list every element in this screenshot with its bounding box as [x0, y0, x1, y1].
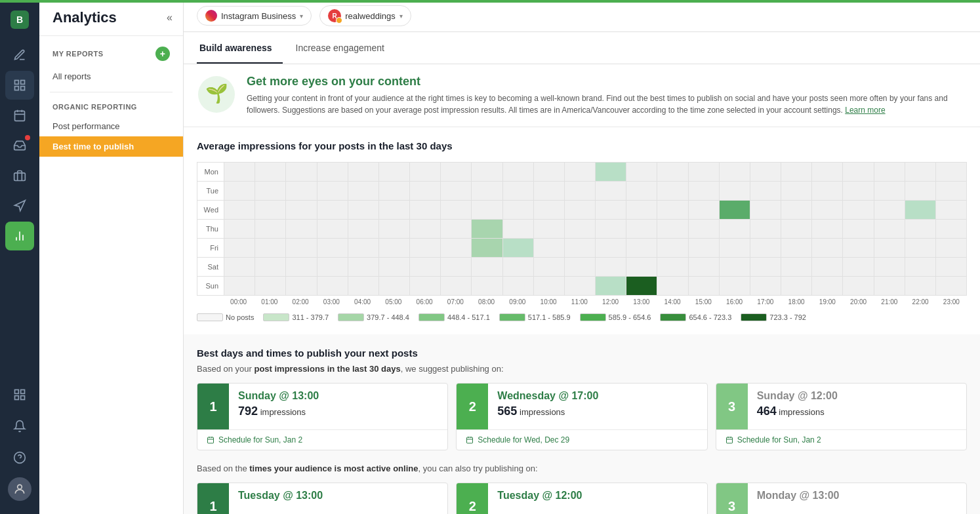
organic-reporting-section: ORGANIC REPORTING Post performance Best …	[39, 92, 183, 162]
megaphone-icon[interactable]	[5, 191, 34, 220]
chart-legend: No posts311 - 379.7379.7 - 448.4448.4 - …	[197, 313, 967, 321]
help-icon[interactable]	[5, 443, 34, 472]
heatmap-cell-thu-11	[565, 220, 595, 238]
heatmap-cell-thu-8	[472, 220, 502, 238]
heatmap-cell-wed-3	[317, 201, 348, 219]
banner-illustration: 🌱	[197, 75, 236, 114]
bell-icon[interactable]	[5, 412, 34, 441]
time-label-7: 07:00	[440, 298, 471, 306]
svg-rect-15	[21, 390, 25, 394]
heatmap-cell-mon-13	[626, 163, 657, 181]
legend-item-5: 585.9 - 654.6	[580, 313, 651, 321]
legend-color-1	[263, 313, 289, 321]
legend-color-3	[419, 313, 445, 321]
time-label-16: 16:00	[719, 298, 750, 306]
heatmap-cell-thu-19	[812, 220, 842, 238]
heatmap-cell-wed-18	[781, 201, 811, 219]
legend-color-2	[338, 313, 364, 321]
heatmap-cell-fri-9	[503, 239, 533, 257]
heatmap-cell-tue-19	[812, 182, 842, 200]
svg-rect-16	[15, 396, 19, 400]
heatmap-cell-mon-8	[472, 163, 502, 181]
my-reports-section: MY REPORTS + All reports	[39, 36, 183, 92]
heatmap-cell-fri-22	[905, 239, 935, 257]
briefcase-icon[interactable]	[5, 161, 34, 190]
time-label-10: 10:00	[533, 298, 564, 306]
learn-more-link[interactable]: Learn more	[845, 106, 885, 115]
analytics-icon[interactable]	[5, 222, 34, 250]
banner-text-block: Get more eyes on your content Getting yo…	[247, 75, 967, 116]
heatmap-cell-sat-6	[410, 258, 440, 276]
heatmap-cell-sun-10	[534, 277, 564, 295]
heatmap-cell-sun-18	[781, 277, 811, 295]
logo-button[interactable]: B	[5, 5, 34, 34]
compose-icon[interactable]	[5, 41, 34, 69]
legend-color-5	[580, 313, 606, 321]
suggestion-card-aud-2: 3 Monday @ 13:00 Schedule for Mon, Jan 3	[716, 483, 967, 514]
heatmap-cell-wed-0	[224, 201, 255, 219]
heatmap-cell-sat-3	[317, 258, 348, 276]
heatmap-cell-fri-20	[843, 239, 873, 257]
heatmap-cell-sun-14	[657, 277, 687, 295]
heatmap-cell-sun-13	[626, 277, 657, 295]
heatmap-cell-thu-10	[534, 220, 564, 238]
heatmap-cell-wed-1	[255, 201, 285, 219]
heatmap-cell-wed-23	[936, 201, 966, 219]
heatmap-cell-wed-5	[379, 201, 409, 219]
add-report-button[interactable]: +	[155, 47, 170, 61]
heatmap-cell-sat-9	[503, 258, 533, 276]
svg-rect-4	[15, 87, 19, 90]
heatmap-cell-tue-21	[874, 182, 905, 200]
legend-label-4: 517.1 - 585.9	[528, 313, 571, 321]
tab-build-awareness[interactable]: Build awareness	[197, 32, 283, 64]
time-label-22: 22:00	[905, 298, 936, 306]
heatmap-cell-sat-20	[843, 258, 873, 276]
card-schedule-btn-2[interactable]: Schedule for Sun, Jan 2	[716, 429, 966, 450]
sidebar-item-best-time[interactable]: Best time to publish	[39, 136, 183, 157]
heatmap-cell-tue-7	[441, 182, 471, 200]
legend-label-6: 654.6 - 723.3	[689, 313, 731, 321]
heatmap-cell-thu-23	[936, 220, 966, 238]
heatmap-cell-sun-7	[441, 277, 471, 295]
card-time-0: Sunday @ 13:00	[238, 390, 438, 402]
user-avatar[interactable]	[5, 475, 34, 504]
heatmap-cell-sat-7	[441, 258, 471, 276]
heatmap-row-label-sun: Sun	[197, 277, 224, 295]
heatmap-cell-tue-23	[936, 182, 966, 200]
heatmap-cell-thu-4	[348, 220, 378, 238]
heatmap-cell-wed-14	[657, 201, 687, 219]
heatmap-cell-mon-15	[689, 163, 719, 181]
card-time-2: Sunday @ 12:00	[757, 390, 957, 402]
heatmap-cell-sat-23	[936, 258, 966, 276]
card-rank-0: 1	[197, 384, 229, 429]
tab-increase-engagement[interactable]: Increase engagement	[293, 32, 395, 64]
suggestion-card-aud-1: 2 Tuesday @ 12:00 Schedule for Tue, Jan …	[456, 483, 707, 514]
calendar-icon[interactable]	[5, 101, 34, 130]
sidebar-header: Analytics «	[39, 0, 183, 36]
legend-item-0: No posts	[197, 313, 254, 321]
profile-account-selector[interactable]: R realweddings ▾	[319, 5, 411, 26]
legend-label-3: 448.4 - 517.1	[447, 313, 490, 321]
sidebar-collapse-button[interactable]: «	[167, 12, 173, 24]
legend-label-1: 311 - 379.7	[292, 313, 329, 321]
suggestion-card-aud-0: 1 Tuesday @ 13:00 Schedule for Tue, Dec …	[197, 483, 448, 514]
inbox-icon[interactable]	[5, 131, 34, 160]
dashboard-icon[interactable]	[5, 71, 34, 100]
heatmap-cell-fri-10	[534, 239, 564, 257]
heatmap-cell-mon-22	[905, 163, 935, 181]
profile-badge	[336, 17, 342, 24]
sidebar-item-post-performance[interactable]: Post performance	[39, 116, 183, 136]
heatmap-cell-tue-12	[596, 182, 626, 200]
card-schedule-btn-1[interactable]: Schedule for Wed, Dec 29	[457, 429, 706, 450]
heatmap-cell-sun-20	[843, 277, 873, 295]
card-schedule-btn-0[interactable]: Schedule for Sun, Jan 2	[197, 429, 447, 450]
instagram-account-selector[interactable]: Instagram Business ▾	[197, 6, 312, 26]
sidebar-item-all-reports[interactable]: All reports	[39, 66, 183, 87]
grid-icon[interactable]	[5, 380, 34, 409]
heatmap-cell-mon-16	[720, 163, 750, 181]
heatmap-cell-tue-6	[410, 182, 440, 200]
heatmap-cell-mon-5	[379, 163, 409, 181]
heatmap-cell-sun-6	[410, 277, 440, 295]
svg-rect-17	[21, 396, 25, 400]
time-label-18: 18:00	[781, 298, 812, 306]
